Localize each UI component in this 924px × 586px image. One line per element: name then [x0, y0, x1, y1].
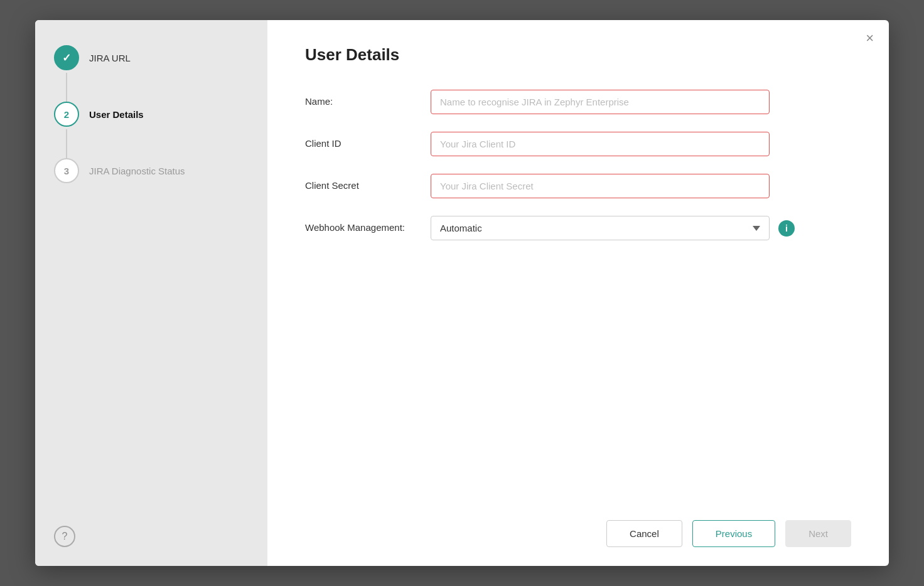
footer-buttons: Cancel Previous Next: [305, 508, 851, 547]
step-gap-1: [54, 70, 249, 102]
step-connector-2: [66, 129, 67, 162]
form-row-webhook: Webhook Management: Automatic Manual i: [305, 216, 851, 240]
client-secret-label: Client Secret: [305, 174, 431, 191]
form-row-client-id: Client ID: [305, 132, 851, 156]
step-label-3: JIRA Diagnostic Status: [89, 166, 185, 176]
sidebar: ✓ JIRA URL 2 User Details: [35, 20, 267, 566]
step-gap-2: [54, 127, 249, 158]
cancel-button[interactable]: Cancel: [606, 520, 682, 547]
step-number-2: 2: [64, 109, 69, 120]
step-circle-2: 2: [54, 102, 79, 127]
help-circle-icon[interactable]: ?: [54, 526, 75, 547]
client-id-input-wrap: [431, 132, 851, 156]
step-item-2: 2 User Details: [54, 102, 249, 127]
client-secret-input-wrap: [431, 174, 851, 198]
step-item-3: 3 JIRA Diagnostic Status: [54, 158, 249, 183]
help-button[interactable]: ?: [54, 526, 75, 547]
webhook-input-wrap: Automatic Manual i: [431, 216, 851, 240]
step-label-1: JIRA URL: [89, 53, 131, 63]
form-row-client-secret: Client Secret: [305, 174, 851, 198]
modal: ✓ JIRA URL 2 User Details: [35, 20, 889, 566]
step-circle-3: 3: [54, 158, 79, 183]
step-circle-1: ✓: [54, 45, 79, 70]
step-label-2: User Details: [89, 109, 144, 120]
main-content: × User Details Name: Client ID Client Se…: [267, 20, 889, 566]
client-secret-input[interactable]: [431, 174, 770, 198]
previous-button[interactable]: Previous: [692, 520, 775, 547]
client-id-input[interactable]: [431, 132, 770, 156]
close-button[interactable]: ×: [866, 31, 874, 45]
name-input-wrap: [431, 90, 851, 114]
step-item-1: ✓ JIRA URL: [54, 45, 249, 70]
step-number-3: 3: [64, 166, 69, 176]
step-connector-1: [66, 73, 67, 105]
client-id-label: Client ID: [305, 132, 431, 149]
webhook-label: Webhook Management:: [305, 216, 431, 233]
name-label: Name:: [305, 90, 431, 107]
form-area: Name: Client ID Client Secret: [305, 90, 851, 508]
webhook-select[interactable]: Automatic Manual: [431, 216, 770, 240]
webhook-info-icon[interactable]: i: [778, 220, 795, 237]
page-title: User Details: [305, 45, 851, 65]
form-row-name: Name:: [305, 90, 851, 114]
check-icon: ✓: [62, 51, 71, 65]
steps-container: ✓ JIRA URL 2 User Details: [54, 45, 249, 183]
next-button: Next: [785, 520, 851, 547]
name-input[interactable]: [431, 90, 770, 114]
